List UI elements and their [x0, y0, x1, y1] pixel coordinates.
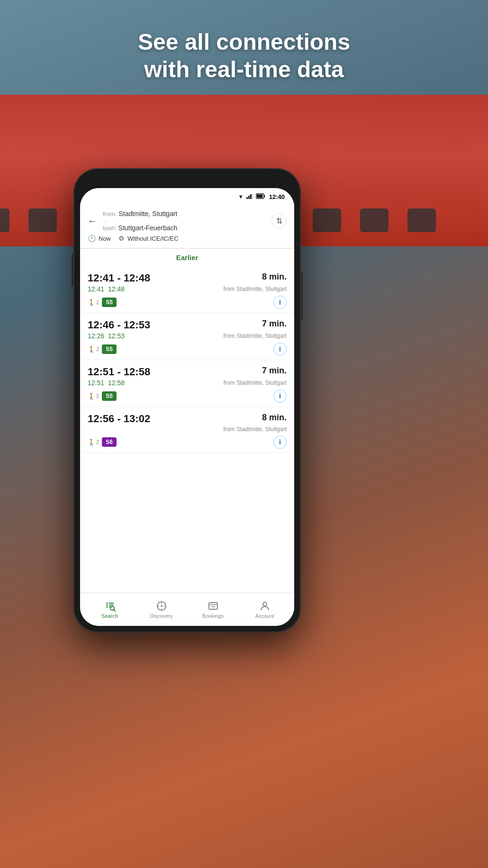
time-filter[interactable]: 🕐 Now [88, 235, 111, 242]
svg-rect-3 [252, 193, 253, 199]
walk-icon: 🚶 [88, 346, 95, 353]
svg-rect-0 [246, 197, 248, 199]
connection-times: 12:41 - 12:48 [88, 272, 150, 284]
realtime-dep: 12:51 [88, 379, 104, 387]
line-badge-s5: S5 [102, 391, 117, 401]
train-filter[interactable]: ⚙ Without ICE/IC/EC [118, 235, 179, 242]
realtime-dep: 12:26 [88, 332, 104, 340]
connections-scroll: Earlier 12:41 - 12:48 8 min. [80, 249, 294, 593]
walk-count: 2 [96, 439, 99, 445]
from-station: from Stadtmitte, Stuttgart [224, 426, 287, 433]
route-from: from: Stadtmitte, Stuttgart [103, 210, 271, 217]
realtime-row: 12:51 12:58 from Stadtmitte, Stuttgart [88, 379, 287, 387]
walk-count: 2 [96, 299, 99, 305]
svg-rect-1 [248, 196, 250, 199]
swap-icon: ⇅ [276, 217, 282, 226]
connection-item[interactable]: 12:41 - 12:48 8 min. 12:41 12:48 from St… [80, 266, 294, 313]
phone-screen: ▼ [80, 188, 294, 626]
from-station: from Stadtmitte, Stuttgart [224, 286, 287, 292]
nav-search[interactable]: Search [96, 600, 124, 619]
realtime-row: 12:26 12:53 from Stadtmitte, Stuttgart [88, 332, 287, 340]
line-badge-s5: S5 [102, 298, 117, 307]
transport-details: 🚶 2 S5 i [88, 296, 287, 309]
info-button[interactable]: i [273, 343, 287, 356]
nav-discovery-label: Discovery [150, 613, 172, 619]
svg-rect-5 [264, 195, 265, 197]
bookings-nav-icon [208, 600, 219, 612]
duration: 8 min. [262, 272, 287, 282]
realtime-arr: 12:48 [108, 285, 125, 293]
svg-rect-6 [256, 195, 262, 198]
swap-button[interactable]: ⇅ [271, 213, 287, 228]
page-headline: See all connections with real-time data [0, 28, 488, 83]
transport-info: 🚶 2 S5 [88, 344, 117, 354]
phone-frame: ▼ [73, 168, 301, 633]
back-button[interactable]: ← [88, 216, 97, 226]
realtime-arr: 12:53 [108, 332, 125, 340]
svg-rect-2 [250, 194, 252, 199]
status-bar: ▼ [80, 188, 294, 205]
walk-count: 2 [96, 393, 99, 399]
info-button[interactable]: i [273, 296, 287, 309]
nav-discovery[interactable]: Discovery [147, 600, 176, 619]
realtime-arr: 12:58 [108, 379, 125, 387]
svg-point-19 [263, 602, 267, 606]
account-nav-icon [259, 600, 271, 612]
walk-icon: 🚶 [88, 393, 95, 400]
wifi-icon: ▼ [238, 194, 244, 199]
discovery-nav-icon [156, 600, 167, 612]
from-station: from Stadtmitte, Stuttgart [224, 380, 287, 386]
duration: 7 min. [262, 319, 287, 329]
svg-line-8 [114, 610, 115, 611]
realtime-row: 12:41 12:48 from Stadtmitte, Stuttgart [88, 285, 287, 293]
route-dots: ... [103, 218, 271, 223]
connections-list: 12:41 - 12:48 8 min. 12:41 12:48 from St… [80, 266, 294, 453]
signal-icon [246, 193, 253, 200]
transport-info: 🚶 2 S5 [88, 391, 117, 401]
line-badge-s6: S6 [102, 437, 117, 447]
walk-count: 2 [96, 346, 99, 352]
connection-times: 12:51 - 12:58 [88, 366, 150, 378]
from-station: from Stadtmitte, Stuttgart [224, 333, 287, 339]
line-badge-s5: S5 [102, 344, 117, 354]
nav-bookings-label: Bookings [202, 613, 224, 619]
clock-icon: 🕐 [88, 235, 96, 242]
walk-icon: 🚶 [88, 439, 95, 446]
duration: 7 min. [262, 366, 287, 376]
connection-item[interactable]: 12:46 - 12:53 7 min. 12:26 12:53 from St… [80, 313, 294, 360]
nav-search-label: Search [101, 613, 118, 619]
bottom-navigation: Search Discovery [80, 593, 294, 626]
realtime-dep: 12:41 [88, 285, 104, 293]
connection-item[interactable]: 12:56 - 13:02 8 min. from Stadtmitte, St… [80, 407, 294, 453]
walk-icon: 🚶 [88, 299, 95, 306]
battery-icon [256, 193, 265, 200]
nav-bookings[interactable]: Bookings [199, 600, 227, 619]
connection-times: 12:46 - 12:53 [88, 319, 150, 331]
transport-details: 🚶 2 S5 i [88, 343, 287, 356]
connection-item[interactable]: 12:51 - 12:58 7 min. 12:51 12:58 from St… [80, 360, 294, 407]
nav-account[interactable]: Account [251, 600, 279, 619]
time-display: 12:40 [269, 193, 285, 200]
svg-point-18 [213, 607, 214, 608]
info-button[interactable]: i [273, 389, 287, 403]
transport-info: 🚶 2 S6 [88, 437, 117, 447]
connection-times: 12:56 - 13:02 [88, 413, 150, 425]
route-info: from: Stadtmitte, Stuttgart ... tooh: St… [103, 210, 271, 232]
info-button[interactable]: i [273, 435, 287, 449]
filter-row: 🕐 Now ⚙ Without ICE/IC/EC [88, 235, 287, 242]
search-nav-icon [104, 600, 116, 612]
filter-icon: ⚙ [118, 235, 125, 242]
transport-details: 🚶 2 S6 i [88, 435, 287, 449]
earlier-button[interactable]: Earlier [80, 249, 294, 266]
duration: 8 min. [262, 413, 287, 423]
transport-details: 🚶 2 S5 i [88, 389, 287, 403]
route-to: tooh: Stuttgart-Feuerbach [103, 224, 271, 232]
realtime-row: from Stadtmitte, Stuttgart [88, 426, 287, 433]
nav-account-label: Account [255, 613, 274, 619]
svg-point-10 [161, 605, 163, 607]
transport-info: 🚶 2 S5 [88, 298, 117, 307]
app-header: ← from: Stadtmitte, Stuttgart ... tooh: … [80, 205, 294, 248]
